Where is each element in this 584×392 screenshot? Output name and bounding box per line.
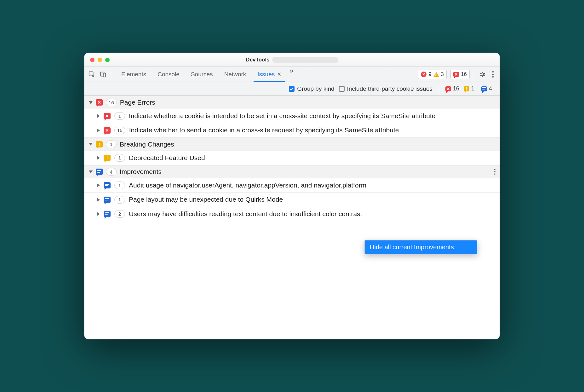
chevron-right-icon: [97, 198, 100, 202]
device-toolbar-icon[interactable]: [100, 71, 106, 78]
issue-count: 1: [114, 112, 125, 120]
info-bubble-icon: [481, 86, 487, 91]
tab-network[interactable]: Network: [219, 67, 252, 82]
info-bubble-icon: [104, 197, 111, 203]
issue-row[interactable]: 1 Deprecated Feature Used: [84, 151, 500, 165]
error-bubble-icon: [445, 86, 451, 91]
group-header-page-errors[interactable]: 16 Page Errors: [84, 96, 500, 109]
tab-elements[interactable]: Elements: [116, 67, 152, 82]
tab-strip: Elements Console Sources Network Issues …: [84, 67, 500, 82]
checkbox-label: Group by kind: [297, 85, 334, 92]
tab-label: Sources: [191, 71, 213, 78]
checkbox-label: Include third-party cookie issues: [347, 85, 432, 92]
tab-label: Elements: [121, 71, 146, 78]
tab-issues[interactable]: Issues ✕: [252, 67, 287, 82]
error-bubble-icon: [96, 99, 103, 106]
error-bubble-icon: [104, 127, 111, 134]
warning-bubble-icon: [96, 141, 103, 147]
issue-row[interactable]: 2 Users may have difficulties reading te…: [84, 207, 500, 221]
issue-count: 2: [114, 210, 125, 218]
checkbox-icon: [339, 86, 345, 92]
summary-improvements[interactable]: 4: [481, 85, 495, 92]
chevron-down-icon: [89, 143, 93, 146]
issues-counter[interactable]: 16: [450, 70, 470, 79]
group-title: Improvements: [120, 168, 162, 176]
checkbox-icon: [289, 86, 295, 92]
chevron-right-icon: [97, 114, 100, 118]
error-bubble-icon: [104, 113, 111, 119]
close-window-button[interactable]: [90, 58, 94, 62]
inspected-url-pill: [272, 57, 338, 63]
minimize-window-button[interactable]: [98, 58, 102, 62]
console-counter[interactable]: 9 3: [418, 70, 447, 79]
menu-item-label: Hide all current Improvements: [370, 244, 454, 251]
tab-sources[interactable]: Sources: [185, 67, 219, 82]
group-by-kind-checkbox[interactable]: Group by kind: [289, 85, 334, 92]
chevron-down-icon: [89, 101, 93, 104]
group-menu-button[interactable]: [494, 169, 496, 175]
svg-point-3: [492, 71, 494, 72]
group-header-improvements[interactable]: 4 Improvements: [84, 165, 500, 178]
close-tab-icon[interactable]: ✕: [277, 71, 281, 77]
issue-count: 1: [114, 182, 125, 189]
window-title: DevTools: [246, 57, 269, 63]
tab-console[interactable]: Console: [152, 67, 185, 82]
settings-button[interactable]: [476, 71, 488, 78]
issue-text: Deprecated Feature Used: [129, 153, 495, 162]
info-bubble-icon: [104, 211, 111, 217]
title-bar: DevTools: [84, 53, 500, 67]
issue-text: Users may have difficulties reading text…: [129, 210, 495, 218]
group-count: 16: [106, 99, 117, 106]
info-bubble-icon: [104, 182, 111, 188]
svg-point-4: [492, 73, 494, 75]
group-title: Page Errors: [120, 99, 155, 106]
error-bubble-icon: [453, 72, 459, 77]
tab-label: Network: [224, 71, 246, 78]
inspect-element-icon[interactable]: [88, 71, 95, 78]
svg-rect-2: [103, 73, 106, 77]
issue-text: Page layout may be unexpected due to Qui…: [129, 195, 495, 204]
group-title: Breaking Changes: [120, 141, 174, 148]
chevron-right-icon: [97, 156, 100, 160]
separator: [473, 70, 473, 78]
group-count: 1: [106, 141, 117, 148]
warning-bubble-icon: [464, 86, 469, 91]
issues-toolbar: Group by kind Include third-party cookie…: [84, 82, 500, 96]
issue-text: Audit usage of navigator.userAgent, navi…: [129, 181, 495, 190]
issue-row[interactable]: 1 Indicate whether a cookie is intended …: [84, 109, 500, 123]
issue-row[interactable]: 1 Page layout may be unexpected due to Q…: [84, 193, 500, 207]
warning-icon: [433, 72, 439, 77]
svg-point-8: [494, 173, 495, 175]
tab-label: Console: [157, 71, 180, 78]
tabs-overflow-button[interactable]: »: [287, 67, 296, 82]
chevron-down-icon: [89, 170, 93, 173]
issues-count: 16: [461, 71, 467, 78]
warning-bubble-icon: [104, 155, 111, 161]
issue-text: Indicate whether a cookie is intended to…: [129, 112, 495, 120]
summary-warnings[interactable]: 1: [464, 85, 477, 92]
issue-count: 15: [114, 127, 125, 134]
more-button[interactable]: [490, 71, 496, 78]
chevron-right-icon: [97, 183, 100, 187]
issue-row[interactable]: 15 Indicate whether to send a cookie in …: [84, 123, 500, 137]
context-menu: Hide all current Improvements: [364, 240, 477, 254]
svg-point-7: [494, 171, 495, 172]
window-controls: [84, 58, 110, 62]
svg-point-6: [494, 169, 495, 170]
issue-count: 1: [114, 154, 125, 162]
zoom-window-button[interactable]: [105, 58, 110, 62]
chevron-right-icon: [97, 129, 100, 132]
tab-label: Issues: [257, 71, 275, 78]
issue-count: 1: [114, 196, 125, 204]
group-header-breaking-changes[interactable]: 1 Breaking Changes: [84, 138, 500, 151]
error-count: 9: [428, 71, 431, 78]
group-count: 4: [106, 168, 117, 176]
summary-errors[interactable]: 16: [445, 85, 459, 92]
include-third-party-checkbox[interactable]: Include third-party cookie issues: [339, 85, 432, 92]
error-icon: [421, 72, 427, 77]
devtools-window: DevTools Elements Console: [84, 53, 500, 339]
menu-item-hide-improvements[interactable]: Hide all current Improvements: [365, 240, 477, 254]
chevron-right-icon: [97, 212, 100, 216]
issue-row[interactable]: 1 Audit usage of navigator.userAgent, na…: [84, 178, 500, 193]
warning-count: 3: [441, 71, 444, 78]
